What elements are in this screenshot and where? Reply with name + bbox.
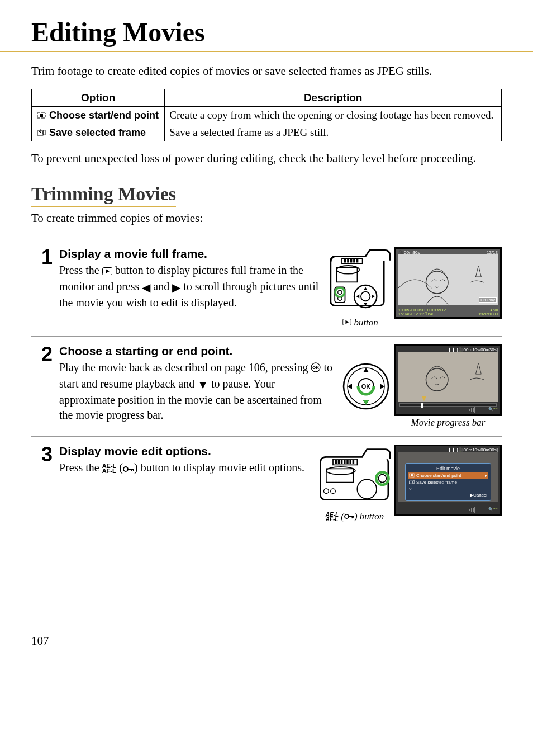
page-number: 107 (31, 634, 502, 648)
svg-rect-73 (411, 474, 413, 476)
progress-marker-arrow: ▼ (420, 394, 428, 403)
option-desc: Save a selected frame as a JPEG still. (165, 124, 502, 141)
step-text: Press the button to display pictures ful… (59, 263, 322, 310)
ok-play-badge: OK Play (479, 297, 497, 303)
svg-rect-8 (347, 259, 349, 262)
menu-item-choose-range: Choose start/end point ▸ (408, 472, 488, 479)
svg-rect-55 (341, 460, 342, 464)
camera-back-illustration (318, 445, 391, 510)
volume-icon (469, 407, 485, 413)
right-arrow-icon: ▸ (485, 473, 487, 478)
volume-icon (469, 507, 485, 513)
svg-rect-7 (344, 259, 346, 262)
save-frame-icon (36, 127, 46, 139)
menu-cancel: ▶Cancel (408, 492, 488, 498)
table-row: Save selected frame Save a selected fram… (32, 124, 502, 141)
step-text: Press the AE-LAF-L () button to display … (59, 460, 311, 476)
help-icon: ? (409, 486, 411, 492)
svg-rect-76 (471, 508, 472, 512)
lcd-playback-screen: 🎥00m30s 13/13 (394, 247, 502, 319)
menu-title: Edit movie (408, 466, 488, 471)
svg-point-47 (123, 467, 128, 471)
svg-marker-25 (346, 320, 349, 324)
step-3: 3 Display movie edit options. Press the … (31, 445, 502, 522)
svg-rect-46 (474, 407, 475, 413)
option-desc: Create a copy from which the opening or … (165, 107, 502, 124)
down-arrow-icon: ▼ (197, 377, 208, 393)
svg-rect-45 (473, 408, 474, 412)
zoom-icon: 🔍⁺⁻ (488, 507, 498, 513)
svg-rect-9 (350, 259, 353, 262)
section-intro: To create trimmed copies of movies: (31, 211, 502, 225)
svg-point-67 (345, 514, 349, 518)
step-1: 1 Display a movie full frame. Press the … (31, 247, 502, 328)
svg-text:OK: OK (312, 365, 319, 370)
zoom-icon: 🔍⁺⁻ (488, 407, 498, 413)
step-number: 1 (31, 247, 53, 267)
divider (31, 336, 502, 337)
svg-rect-69 (351, 516, 353, 518)
svg-rect-59 (353, 460, 354, 464)
page-title: Editing Movies (31, 17, 533, 48)
svg-rect-43 (469, 409, 470, 411)
option-name: Save selected frame (49, 127, 146, 138)
svg-marker-4 (106, 269, 110, 273)
left-arrow-icon: ◀ (142, 280, 150, 295)
step-title: Display movie edit options. (59, 445, 311, 458)
lcd-progress-screen: ❙❙ [🎥00m10s/00m30s] (394, 344, 502, 416)
svg-rect-10 (353, 259, 355, 262)
ok-button-icon: OK (311, 361, 321, 376)
step-title: Choose a starting or end point. (59, 344, 333, 358)
playback-icon (342, 317, 351, 328)
options-table: Option Description Choose start/end poin… (31, 89, 502, 141)
svg-rect-56 (344, 460, 345, 464)
svg-rect-58 (349, 460, 351, 464)
right-arrow-icon: ▶ (172, 280, 180, 295)
svg-rect-77 (473, 508, 474, 512)
divider (31, 436, 502, 437)
col-description: Description (165, 89, 502, 107)
camera-back-illustration (330, 247, 391, 316)
col-option: Option (32, 89, 165, 107)
divider (31, 239, 502, 239)
svg-rect-48 (127, 469, 134, 470)
step-2: 2 Choose a starting or end point. Play t… (31, 344, 502, 428)
progress-bar: ▼ (399, 403, 497, 407)
svg-rect-57 (346, 460, 348, 464)
caption: button (342, 317, 378, 328)
svg-rect-44 (471, 408, 472, 412)
svg-rect-78 (474, 507, 475, 513)
svg-text:OK: OK (361, 383, 371, 390)
intro-text: Trim footage to create edited copies of … (31, 63, 502, 79)
svg-rect-11 (356, 259, 359, 262)
save-frame-icon (409, 480, 415, 485)
menu-item-save-frame: Save selected frame (408, 479, 488, 486)
svg-rect-1 (40, 114, 43, 117)
multi-selector-illustration: OK (341, 361, 391, 412)
svg-rect-74 (410, 481, 413, 484)
svg-rect-54 (338, 460, 340, 464)
step-number: 3 (31, 445, 53, 465)
choose-range-icon (36, 110, 46, 121)
option-name: Choose start/end point (49, 110, 159, 121)
playback-icon (102, 264, 112, 279)
caption: Movie progress bar (411, 417, 486, 428)
note-text: To prevent unexpected loss of power duri… (31, 150, 502, 166)
step-text: Play the movie back as described on page… (59, 360, 333, 423)
lcd-edit-menu-screen: ❙❙ [🎥00m10s/00m30s] Edit movie Choose (394, 445, 502, 516)
svg-rect-68 (348, 516, 354, 517)
ae-l-af-l-icon: AE-LAF-L (326, 513, 339, 522)
svg-rect-49 (131, 469, 132, 471)
ae-l-af-l-icon: AE-LAF-L (102, 464, 117, 474)
svg-rect-75 (469, 509, 470, 511)
protect-key-icon (344, 511, 354, 522)
table-row: Choose start/end point Create a copy fro… (32, 107, 502, 124)
svg-rect-53 (335, 460, 336, 464)
protect-key-icon (123, 461, 134, 476)
edit-movie-menu: Edit movie Choose start/end point ▸ Save… (405, 463, 491, 501)
step-number: 2 (31, 344, 53, 365)
section-title: Trimming Movies (31, 183, 176, 207)
caption: AE-LAF-L () button (326, 511, 384, 522)
step-title: Display a movie full frame. (59, 247, 322, 261)
menu-item-help: ? (408, 486, 488, 492)
